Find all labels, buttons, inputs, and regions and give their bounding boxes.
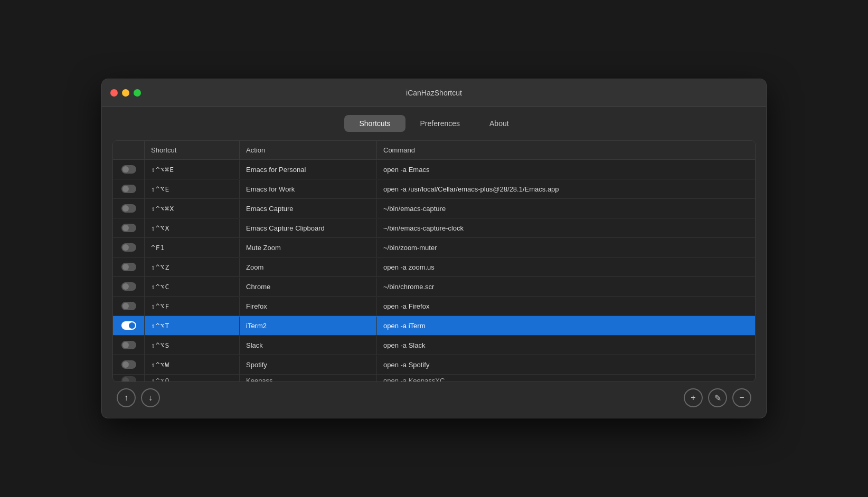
shortcut-cell-10: ⇧^⌥W: [145, 356, 240, 374]
tab-bar: Shortcuts Preferences About: [112, 115, 756, 132]
action-cell-6: Chrome: [240, 278, 377, 296]
action-cell-3: Emacs Capture Clipboard: [240, 219, 377, 237]
table-row[interactable]: ⇧^⌥X Emacs Capture Clipboard ~/bin/emacs…: [113, 218, 755, 238]
toggle-cell-2[interactable]: [113, 199, 145, 218]
toggle-cell-partial: [113, 375, 145, 381]
shortcut-cell-7: ⇧^⌥F: [145, 297, 240, 316]
action-cell-8: iTerm2: [240, 317, 377, 335]
command-cell-6: ~/bin/chrome.scr: [377, 278, 755, 296]
toggle-3[interactable]: [121, 224, 136, 232]
shortcut-cell-1: ⇧^⌥E: [145, 180, 240, 198]
toggle-cell-0[interactable]: [113, 160, 145, 179]
titlebar: iCanHazShortcut: [102, 79, 766, 107]
action-cell-partial: Keepass: [240, 375, 377, 381]
shortcut-cell-0: ⇧^⌥⌘E: [145, 160, 240, 179]
header-command: Command: [377, 141, 755, 159]
shortcut-cell-5: ⇧^⌥Z: [145, 258, 240, 276]
action-cell-7: Firefox: [240, 297, 377, 316]
shortcut-cell-9: ⇧^⌥S: [145, 336, 240, 355]
edit-button[interactable]: ✎: [708, 388, 727, 407]
toggle-8[interactable]: [121, 321, 136, 330]
toggle-7[interactable]: [121, 302, 136, 310]
shortcut-cell-2: ⇧^⌥⌘X: [145, 199, 240, 218]
toggle-cell-8[interactable]: [113, 316, 145, 335]
toggle-cell-5[interactable]: [113, 257, 145, 276]
table-row[interactable]: ⇧^⌥⌘X Emacs Capture ~/bin/emacs-capture: [113, 199, 755, 218]
command-cell-partial: open -a KeepassXC: [377, 375, 755, 381]
toggle-5[interactable]: [121, 263, 136, 271]
command-cell-7: open -a Firefox: [377, 297, 755, 316]
toolbar-left: ↑ ↓: [117, 388, 160, 407]
move-down-button[interactable]: ↓: [141, 388, 160, 407]
table-row-selected[interactable]: ⇧^⌥T iTerm2 open -a iTerm: [113, 316, 755, 336]
action-cell-5: Zoom: [240, 258, 377, 276]
toggle-10[interactable]: [121, 360, 136, 369]
table-header: Shortcut Action Command: [113, 141, 755, 160]
add-button[interactable]: +: [684, 388, 703, 407]
shortcut-cell-4: ^F1: [145, 238, 240, 257]
tab-shortcuts[interactable]: Shortcuts: [344, 115, 405, 132]
shortcuts-table: Shortcut Action Command ⇧^⌥⌘E Emacs for …: [112, 140, 756, 382]
shortcut-cell-8: ⇧^⌥T: [145, 317, 240, 335]
shortcut-cell-6: ⇧^⌥C: [145, 278, 240, 296]
command-cell-5: open -a zoom.us: [377, 258, 755, 276]
header-action: Action: [240, 141, 377, 159]
table-body: ⇧^⌥⌘E Emacs for Personal open -a Emacs ⇧…: [113, 160, 755, 381]
toggle-cell-10[interactable]: [113, 355, 145, 374]
command-cell-2: ~/bin/emacs-capture: [377, 199, 755, 218]
table-row[interactable]: ⇧^⌥S Slack open -a Slack: [113, 336, 755, 355]
command-cell-8: open -a iTerm: [377, 317, 755, 335]
traffic-lights: [110, 89, 141, 97]
table-row-partial: ⇧^⌥O Keepass open -a KeepassXC: [113, 375, 755, 381]
minimize-button[interactable]: [122, 89, 129, 97]
command-cell-0: open -a Emacs: [377, 160, 755, 179]
close-button[interactable]: [110, 89, 118, 97]
action-cell-9: Slack: [240, 336, 377, 355]
table-row[interactable]: ⇧^⌥C Chrome ~/bin/chrome.scr: [113, 277, 755, 297]
toggle-partial: [121, 376, 136, 381]
header-toggle: [113, 141, 145, 159]
table-row[interactable]: ⇧^⌥E Emacs for Work open -a /usr/local/C…: [113, 179, 755, 199]
table-row[interactable]: ⇧^⌥Z Zoom open -a zoom.us: [113, 257, 755, 277]
toggle-cell-9[interactable]: [113, 336, 145, 355]
header-shortcut: Shortcut: [145, 141, 240, 159]
action-cell-4: Mute Zoom: [240, 238, 377, 257]
command-cell-3: ~/bin/emacs-capture-clock: [377, 219, 755, 237]
table-row[interactable]: ^F1 Mute Zoom ~/bin/zoom-muter: [113, 238, 755, 257]
toggle-2[interactable]: [121, 204, 136, 213]
toggle-1[interactable]: [121, 185, 136, 193]
toggle-cell-3[interactable]: [113, 218, 145, 237]
shortcut-cell-partial: ⇧^⌥O: [145, 375, 240, 381]
table-row[interactable]: ⇧^⌥⌘E Emacs for Personal open -a Emacs: [113, 160, 755, 179]
content-area: Shortcuts Preferences About Shortcut Act…: [102, 107, 766, 418]
toggle-4[interactable]: [121, 243, 136, 252]
toggle-cell-4[interactable]: [113, 238, 145, 257]
action-cell-2: Emacs Capture: [240, 199, 377, 218]
move-up-button[interactable]: ↑: [117, 388, 136, 407]
maximize-button[interactable]: [134, 89, 141, 97]
action-cell-0: Emacs for Personal: [240, 160, 377, 179]
toggle-cell-6[interactable]: [113, 277, 145, 296]
toggle-cell-1[interactable]: [113, 179, 145, 198]
action-cell-1: Emacs for Work: [240, 180, 377, 198]
command-cell-1: open -a /usr/local/Cellar/emacs-plus@28/…: [377, 180, 755, 198]
toggle-9[interactable]: [121, 341, 136, 349]
tab-about[interactable]: About: [475, 115, 524, 132]
remove-button[interactable]: −: [732, 388, 751, 407]
table-row[interactable]: ⇧^⌥W Spotify open -a Spotify: [113, 355, 755, 375]
action-cell-10: Spotify: [240, 356, 377, 374]
window-title: iCanHazShortcut: [406, 89, 462, 97]
tab-preferences[interactable]: Preferences: [405, 115, 475, 132]
command-cell-4: ~/bin/zoom-muter: [377, 238, 755, 257]
toggle-6[interactable]: [121, 282, 136, 291]
table-row[interactable]: ⇧^⌥F Firefox open -a Firefox: [113, 297, 755, 316]
toggle-0[interactable]: [121, 165, 136, 174]
shortcut-cell-3: ⇧^⌥X: [145, 219, 240, 237]
command-cell-9: open -a Slack: [377, 336, 755, 355]
toolbar: ↑ ↓ + ✎ −: [112, 382, 756, 407]
toolbar-right: + ✎ −: [684, 388, 751, 407]
app-window: iCanHazShortcut Shortcuts Preferences Ab…: [101, 79, 767, 418]
command-cell-10: open -a Spotify: [377, 356, 755, 374]
toggle-cell-7[interactable]: [113, 297, 145, 316]
